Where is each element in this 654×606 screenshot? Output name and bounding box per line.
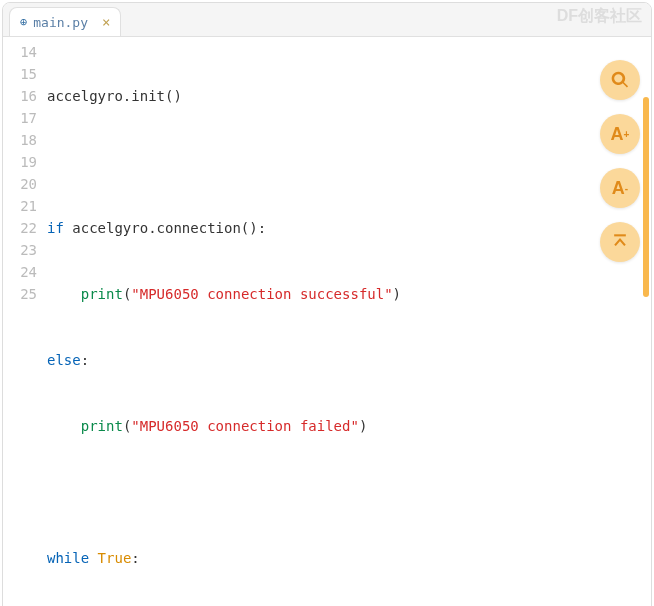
- python-icon: ⊕: [20, 15, 27, 29]
- font-increase-button[interactable]: A+: [600, 114, 640, 154]
- scroll-top-button[interactable]: [600, 222, 640, 262]
- search-button[interactable]: [600, 60, 640, 100]
- font-decrease-button[interactable]: A-: [600, 168, 640, 208]
- tab-bar: ⊕ main.py ×: [3, 3, 651, 37]
- tab-close-button[interactable]: ×: [102, 14, 110, 30]
- tab-filename: main.py: [33, 15, 88, 30]
- code-editor[interactable]: 141516171819202122232425 accelgyro.init(…: [3, 37, 651, 606]
- editor-panel: ⊕ main.py × 141516171819202122232425 acc…: [2, 2, 652, 606]
- watermark-text: DF创客社区: [557, 6, 642, 27]
- line-gutter: 141516171819202122232425: [3, 41, 47, 606]
- floating-toolbar: A+ A-: [600, 60, 640, 262]
- top-icon: [610, 232, 630, 252]
- search-icon: [610, 70, 630, 90]
- editor-vertical-scrollbar[interactable]: [643, 97, 649, 297]
- tab-main-py[interactable]: ⊕ main.py ×: [9, 7, 121, 36]
- code-content: accelgyro.init() if accelgyro.connection…: [47, 41, 651, 606]
